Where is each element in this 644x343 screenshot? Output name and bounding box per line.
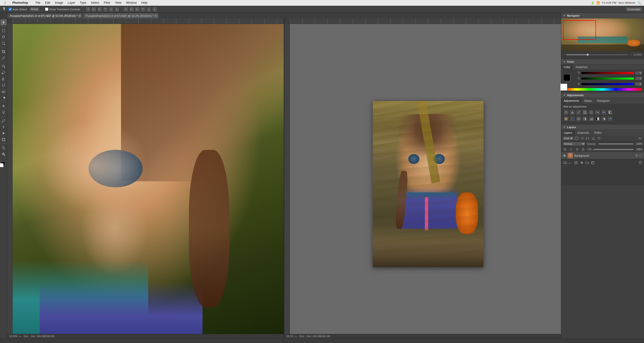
auto-select-dropdown[interactable]: Group (29, 7, 40, 12)
layers-group-icon[interactable] (585, 160, 589, 165)
adj-styles-tab[interactable]: Styles (582, 98, 595, 104)
distribute-top-btn[interactable]: ⊤ (141, 7, 146, 12)
color-g-slider[interactable] (581, 78, 634, 80)
nav-zoom-in-icon[interactable]: + (630, 53, 631, 56)
menu-file[interactable]: File (33, 0, 43, 6)
distribute-bottom-btn[interactable]: ⊥ (152, 7, 157, 12)
tool-history-brush[interactable] (1, 82, 7, 88)
adj-posterize-icon[interactable] (588, 116, 594, 122)
adj-color-lookup-icon[interactable] (576, 116, 581, 122)
adj-photo-filter-icon[interactable] (563, 116, 569, 122)
doc-tab-1[interactable]: PumpkinPatch2015 (4 of 87).NEF @ 53.5% (… (7, 13, 83, 18)
layers-lock-position-icon[interactable] (575, 147, 579, 152)
tool-blur[interactable] (1, 103, 7, 109)
adj-curves-icon[interactable] (576, 110, 581, 115)
layer-background-row[interactable]: Background (561, 152, 644, 159)
navigator-panel-header[interactable]: ▼ Navigator (561, 13, 644, 18)
tool-eraser[interactable] (1, 88, 7, 94)
auto-select-label[interactable]: Auto-Select: (9, 8, 28, 11)
doc-tab-2-close[interactable]: × (154, 14, 157, 18)
menu-edit[interactable]: Edit (43, 0, 53, 6)
color-b-slider[interactable] (581, 83, 634, 85)
tool-zoom[interactable] (1, 151, 7, 157)
menu-image[interactable]: Image (53, 0, 65, 6)
align-left-btn[interactable]: ⊣ (86, 7, 91, 12)
tool-shape[interactable] (1, 136, 7, 143)
distribute-center-v-btn[interactable]: ⊥ (146, 7, 151, 12)
show-transform-checkbox[interactable] (45, 8, 48, 11)
layers-panel-header[interactable]: ▼ Layers (561, 124, 644, 130)
distribute-left-btn[interactable]: ⊣ (123, 7, 128, 12)
color-foreground-swatch[interactable] (563, 74, 570, 81)
layers-delete-icon[interactable] (638, 160, 642, 165)
align-bottom-btn[interactable]: ⊥ (114, 7, 119, 12)
menu-help[interactable]: Help (139, 0, 150, 6)
color-r-input[interactable] (635, 71, 642, 75)
menu-window[interactable]: Window (124, 0, 139, 6)
tool-crop[interactable] (1, 49, 7, 55)
canvas-photo-right[interactable] (290, 24, 561, 338)
layers-lock-image-icon[interactable] (569, 147, 573, 152)
tool-quick-select[interactable] (1, 40, 7, 46)
show-transform-label[interactable]: Show Transform Controls (45, 8, 80, 11)
tool-pen[interactable] (1, 118, 7, 124)
layers-new-layer-icon[interactable] (590, 160, 595, 165)
tool-lasso[interactable] (1, 34, 7, 40)
nav-zoom-out-icon[interactable]: − (563, 53, 565, 56)
align-top-btn[interactable]: ⊤ (103, 7, 108, 12)
doc-tab-2[interactable]: PumpkinPatch2015 (4 of 87).NEF @ 16.2% (… (83, 13, 159, 18)
layers-lock-all-icon[interactable] (581, 147, 585, 152)
doc-tab-1-close[interactable]: × (78, 14, 82, 18)
layer-eye-icon[interactable] (563, 154, 566, 157)
adjustments-panel-header[interactable]: ▼ Adjustments (561, 92, 644, 98)
tool-marquee[interactable] (1, 28, 7, 34)
adj-adjustments-tab[interactable]: Adjustments (561, 98, 582, 104)
menu-type[interactable]: Type (77, 0, 89, 6)
layers-filter-smart-icon[interactable] (597, 136, 601, 141)
essentials-button[interactable]: Essentials (625, 7, 642, 12)
layers-filter-pixel-icon[interactable] (575, 136, 579, 141)
layers-filter-type-icon[interactable]: T T (586, 136, 590, 141)
menu-view[interactable]: View (113, 0, 124, 6)
tool-eyedropper[interactable] (1, 55, 7, 61)
layers-lock-transparent-icon[interactable] (563, 147, 567, 152)
apple-menu[interactable]:  (0, 1, 10, 5)
auto-select-checkbox[interactable] (9, 8, 12, 11)
menu-layer[interactable]: Layer (65, 0, 77, 6)
align-right-btn[interactable]: ⊢ (97, 7, 102, 12)
tool-clone[interactable] (1, 76, 7, 82)
adj-hsl-icon[interactable] (595, 110, 600, 115)
tool-path-select[interactable] (1, 130, 7, 136)
adj-levels-icon[interactable] (570, 110, 575, 115)
layers-blend-mode[interactable]: Normal (563, 142, 585, 146)
canvas-photo-left[interactable] (13, 24, 284, 338)
adj-histogram-tab[interactable]: Histogram (595, 98, 613, 104)
layers-tab[interactable]: Layers (561, 130, 575, 135)
tool-brush[interactable] (1, 70, 7, 76)
layers-adj-icon[interactable] (579, 160, 584, 165)
swatches-tab[interactable]: Swatches (573, 64, 590, 70)
adj-channel-mixer-icon[interactable] (570, 116, 575, 122)
menu-select[interactable]: Select (89, 0, 101, 6)
paths-tab[interactable]: Paths (592, 130, 604, 135)
distribute-center-h-btn[interactable]: ⊢ (129, 7, 134, 12)
tool-gradient[interactable] (1, 95, 7, 101)
layers-fx-icon[interactable]: fx (568, 160, 573, 165)
adj-brightness-icon[interactable] (563, 110, 569, 115)
adj-vibrance-icon[interactable] (588, 110, 594, 115)
background-color[interactable] (0, 163, 4, 167)
tool-dodge[interactable] (1, 109, 7, 115)
adj-invert-icon[interactable] (582, 116, 588, 122)
adj-selective-color-icon[interactable] (607, 116, 613, 122)
align-center-v-btn[interactable]: ⊥ (109, 7, 114, 12)
tool-type[interactable]: T (1, 124, 7, 130)
color-panel-header[interactable]: ▼ Color (561, 59, 644, 64)
align-center-h-btn[interactable]: ⊢ (91, 7, 96, 12)
layers-link-icon[interactable] (563, 160, 567, 165)
adj-exposure-icon[interactable] (582, 110, 588, 115)
color-background-swatch[interactable] (560, 84, 567, 91)
layers-filter-shape-icon[interactable] (591, 136, 596, 141)
adj-gradient-map-icon[interactable] (601, 116, 607, 122)
adj-threshold-icon[interactable] (595, 116, 600, 122)
layers-filter-adj-icon[interactable] (580, 136, 585, 141)
